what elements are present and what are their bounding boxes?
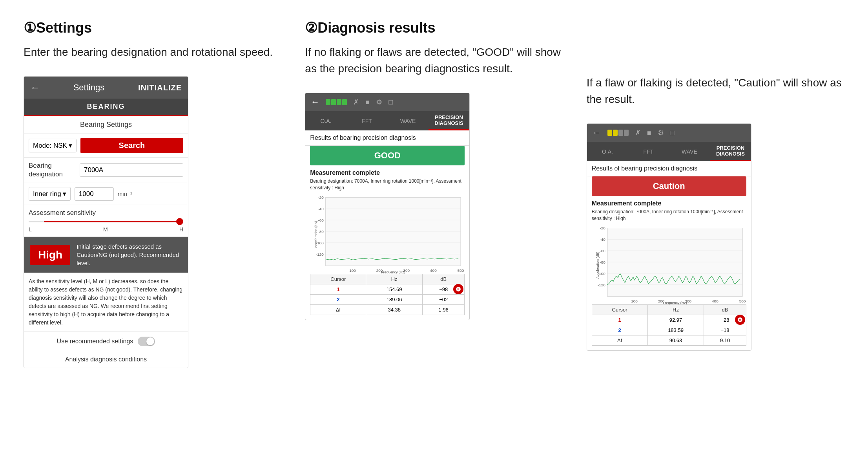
settings-title: ①Settings xyxy=(24,20,281,36)
settings-number: ① xyxy=(24,20,36,36)
battery-icon-half xyxy=(607,130,629,136)
square-caution-icon: □ xyxy=(670,129,675,137)
diag-header-good: ← ✗ ■ ⚙ □ xyxy=(305,93,469,111)
svg-text:400: 400 xyxy=(712,299,718,303)
tab-precision-caution[interactable]: PRECISIONDIAGNOSIS xyxy=(710,142,751,161)
mode-select[interactable]: Mode: NSK ▾ xyxy=(29,139,77,152)
tab-fft[interactable]: FFT xyxy=(346,115,388,127)
diagnosis-caution-column: If a flaw or flaking is detected, "Cauti… xyxy=(587,20,844,351)
col-hz-caution: Hz xyxy=(647,304,704,315)
diagnosis-good-panel: ← ✗ ■ ⚙ □ O.A. FFT WAVE PRECISIONDIAGNOS… xyxy=(305,93,470,320)
svg-rect-0 xyxy=(326,197,461,266)
initialize-button[interactable]: INITIALIZE xyxy=(138,83,182,92)
battery-cell-c4 xyxy=(624,130,629,136)
diag-header-caution: ← ✗ ■ ⚙ □ xyxy=(587,124,751,142)
svg-text:Acceleration (dB): Acceleration (dB) xyxy=(596,251,600,279)
sensitivity-row: Assessment sensitivity L M H xyxy=(24,205,188,237)
recommend-row: Use recommended settings xyxy=(24,332,188,351)
col-db-caution: dB xyxy=(704,304,746,315)
search-button[interactable]: Search xyxy=(80,138,183,153)
info-text: As the sensitivity level (H, M or L) dec… xyxy=(24,273,188,332)
db-1-caution: −28 xyxy=(704,315,746,325)
table-row-1-good: 1 154.69 −98 xyxy=(310,284,465,294)
diagnosis-caution-panel: ← ✗ ■ ⚙ □ O.A. FFT WAVE PRECISIONDIAGNOS… xyxy=(587,123,751,351)
cursor-table-caution: Cursor Hz dB 1 92.97 −28 xyxy=(592,304,746,346)
battery-cell-c2 xyxy=(613,130,618,136)
battery-cell-4 xyxy=(342,99,347,105)
diag-tabs-caution: O.A. FFT WAVE PRECISIONDIAGNOSIS xyxy=(587,142,751,161)
svg-text:Frequency (Hz): Frequency (Hz) xyxy=(663,301,687,304)
battery-icon-full xyxy=(326,99,347,105)
bearing-settings-label: Bearing Settings xyxy=(24,116,188,134)
tab-precision-diagnosis[interactable]: PRECISIONDIAGNOSIS xyxy=(429,111,470,130)
recommend-toggle[interactable] xyxy=(138,337,155,346)
cursor-1-good: 1 xyxy=(310,284,366,294)
mode-label: Mode: NSK xyxy=(33,142,67,150)
inner-ring-label: Inner ring xyxy=(33,190,61,198)
bearing-designation-input[interactable] xyxy=(80,163,183,177)
slider-thumb-icon xyxy=(176,218,183,225)
inner-ring-chevron-icon: ▾ xyxy=(63,190,66,198)
col-hz-good: Hz xyxy=(366,274,423,284)
col-cursor-good: Cursor xyxy=(310,274,366,284)
toggle-thumb xyxy=(146,337,154,345)
record-icon-caution xyxy=(735,315,745,325)
diag-table-caution: Cursor Hz dB 1 92.97 −28 xyxy=(587,304,751,350)
inner-ring-select[interactable]: Inner ring ▾ xyxy=(29,187,71,201)
bearing-tab[interactable]: BEARING xyxy=(24,99,188,116)
tab-wave[interactable]: WAVE xyxy=(387,115,429,127)
hz-2-caution: 183.59 xyxy=(647,325,704,335)
table-row-delta-good: Δf 34.38 1.96 xyxy=(310,304,465,315)
slider-fill xyxy=(44,221,183,222)
speed-input[interactable] xyxy=(75,187,114,201)
diag-back-arrow-icon[interactable]: ← xyxy=(311,97,319,107)
svg-text:Acceleration (dB): Acceleration (dB) xyxy=(314,221,318,248)
mode-search-row: Mode: NSK ▾ Search xyxy=(24,134,188,158)
bluetooth-caution-icon: ✗ xyxy=(635,128,641,137)
chart-svg-caution: -20 -40 -60 -80 -100 -120 100 200 300 40… xyxy=(592,226,746,304)
col-db-good: dB xyxy=(423,274,465,284)
slider-labels: L M H xyxy=(29,226,183,233)
db-2-good: −02 xyxy=(423,294,465,304)
sensitivity-slider[interactable] xyxy=(29,221,183,222)
meas-complete-good: Measurement complete xyxy=(305,169,469,178)
tab-fft-caution[interactable]: FFT xyxy=(628,145,669,158)
battery-cell-c3 xyxy=(618,130,623,136)
svg-text:-60: -60 xyxy=(318,218,324,222)
square-icon: □ xyxy=(388,98,393,106)
panel-title: Settings xyxy=(73,82,105,93)
save-caution-icon: ■ xyxy=(647,129,651,137)
tab-oa-caution[interactable]: O.A. xyxy=(587,145,628,158)
settings-column: ①Settings Enter the bearing designation … xyxy=(24,20,281,368)
svg-text:100: 100 xyxy=(631,299,638,303)
db-delta-good: 1.96 xyxy=(423,304,465,315)
back-arrow-icon[interactable]: ← xyxy=(30,82,40,93)
diag-back-arrow-caution-icon[interactable]: ← xyxy=(593,128,601,138)
diagnosis-desc: If no flaking or flaws are detected, "GO… xyxy=(305,44,563,77)
hz-1-caution: 92.97 xyxy=(647,315,704,325)
mode-chevron-icon: ▾ xyxy=(69,141,72,150)
tab-oa[interactable]: O.A. xyxy=(305,115,346,127)
slider-label-l: L xyxy=(29,226,32,233)
chart-svg-good: -20 -40 -60 -80 -100 -120 100 200 300 40… xyxy=(310,195,465,274)
diagnosis-number: ② xyxy=(305,20,317,36)
tab-wave-caution[interactable]: WAVE xyxy=(669,145,710,158)
hz-2-good: 189.06 xyxy=(366,294,423,304)
high-label: High xyxy=(30,245,70,265)
cursor-delta-caution: Δf xyxy=(592,335,647,345)
slider-label-h: H xyxy=(179,226,183,233)
result-badge-good: GOOD xyxy=(310,146,465,165)
high-sensitivity-box: High Initial-stage defects assessed as C… xyxy=(24,237,188,273)
col-cursor-caution: Cursor xyxy=(592,304,647,315)
svg-text:-80: -80 xyxy=(600,260,605,264)
record-icon-1 xyxy=(453,284,463,294)
diagnosis-title: ②Diagnosis results xyxy=(305,20,563,36)
bearing-designation-label: Bearing designation xyxy=(29,161,76,179)
battery-cell-c1 xyxy=(607,130,612,136)
bluetooth-icon: ✗ xyxy=(353,98,359,106)
battery-cell-2 xyxy=(331,99,336,105)
cursor-delta-good: Δf xyxy=(310,304,366,315)
settings-panel-header: ← Settings INITIALIZE xyxy=(24,77,188,99)
slider-label-m: M xyxy=(103,226,108,233)
svg-text:500: 500 xyxy=(739,299,746,303)
